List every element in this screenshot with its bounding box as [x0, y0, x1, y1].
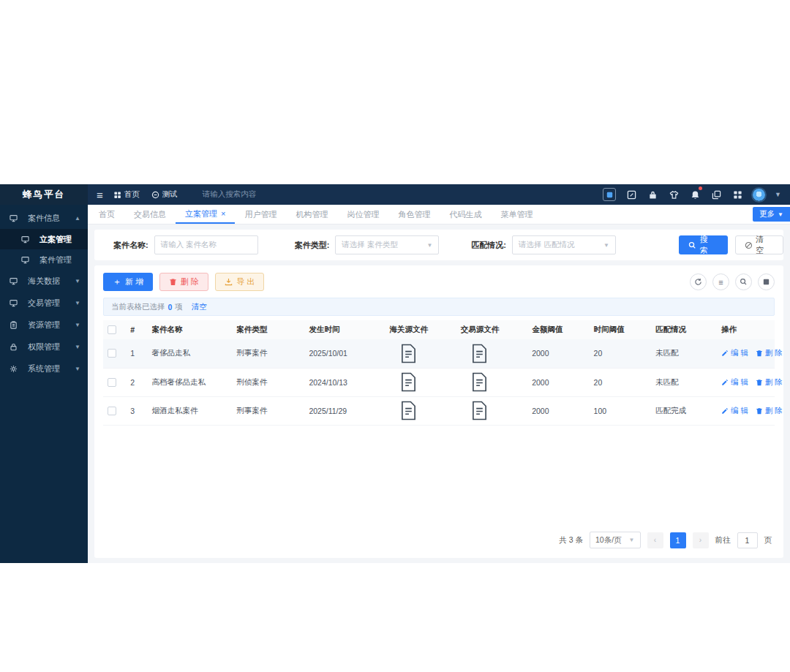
sidebar-item-海关数据[interactable]: 海关数据▼ — [0, 270, 88, 292]
tab-机构管理[interactable]: 机构管理 — [286, 205, 337, 224]
page-size-select[interactable]: 10条/页▼ — [590, 532, 641, 548]
user-avatar[interactable] — [753, 189, 765, 201]
refresh-icon[interactable] — [690, 273, 707, 290]
goto-label: 前往 — [715, 535, 731, 545]
column-header-交易源文件: 交易源文件 — [456, 320, 527, 339]
select-all-checkbox[interactable] — [108, 325, 116, 334]
case-type-label: 案件类型: — [295, 240, 330, 251]
theme-skin-icon[interactable] — [668, 189, 680, 200]
clipboard-icon — [10, 321, 23, 329]
topbar: 蜂鸟平台 ≡ 首页测试 请输入搜索内容 ▼ — [0, 184, 790, 205]
screen-theme-icon[interactable] — [603, 188, 616, 201]
tabs-more-button[interactable]: 更多▼ — [753, 207, 790, 222]
trade-file-icon[interactable] — [461, 372, 523, 392]
trash-icon — [756, 379, 763, 386]
search-toggle-icon[interactable] — [735, 273, 752, 290]
trash-icon — [756, 350, 763, 357]
delete-link[interactable]: 删 除 — [756, 348, 783, 358]
selection-text: 当前表格已选择 — [111, 302, 165, 312]
goto-page-input[interactable]: 1 — [737, 532, 758, 548]
row-checkbox[interactable] — [108, 407, 116, 415]
column-header-海关源文件: 海关源文件 — [385, 320, 456, 339]
sidebar-subitem-立案管理[interactable]: 立案管理 — [0, 229, 88, 249]
edit-link[interactable]: 编 辑 — [721, 348, 748, 358]
notification-bell-icon[interactable] — [689, 189, 701, 200]
table-card: ＋新 增 删 除 导 出 ≡ — [94, 265, 783, 558]
tab-岗位管理[interactable]: 岗位管理 — [337, 205, 388, 224]
chevron-up-icon: ▲ — [75, 215, 80, 222]
tab-用户管理[interactable]: 用户管理 — [235, 205, 286, 224]
gear-icon — [10, 365, 23, 373]
monitor-icon — [10, 299, 23, 307]
chevron-down-icon: ▼ — [75, 322, 80, 328]
sidebar-item-案件信息[interactable]: 案件信息▲ — [0, 207, 88, 229]
table-row: 2 高档奢侈品走私 刑侦案件 2024/10/13 2000 20 未匹配 编 … — [103, 368, 775, 396]
pencil-icon — [721, 379, 729, 386]
prev-page-button[interactable]: ‹ — [647, 532, 663, 548]
trade-file-icon[interactable] — [461, 344, 523, 363]
row-checkbox[interactable] — [108, 378, 116, 387]
delete-button[interactable]: 删 除 — [159, 273, 208, 291]
trash-icon — [169, 278, 177, 286]
page-number-button[interactable]: 1 — [670, 532, 686, 548]
column-header-案件名称: 案件名称 — [148, 320, 233, 339]
sidebar-item-资源管理[interactable]: 资源管理▼ — [0, 314, 88, 336]
density-icon[interactable]: ≡ — [712, 273, 729, 290]
close-tab-icon[interactable]: × — [221, 209, 225, 218]
apps-grid-icon[interactable] — [731, 189, 743, 200]
sidebar-item-交易管理[interactable]: 交易管理▼ — [0, 292, 88, 314]
table-row: 3 烟酒走私案件 刑事案件 2025/11/29 2000 100 匹配完成 编… — [103, 396, 775, 425]
match-status-label: 匹配情况: — [471, 240, 506, 251]
sidebar-item-权限管理[interactable]: 权限管理▼ — [0, 336, 88, 358]
screenshot-icon[interactable] — [625, 189, 637, 200]
case-type-select[interactable]: 请选择 案件类型▼ — [335, 235, 439, 254]
chevron-down-icon: ▼ — [426, 242, 432, 249]
edit-link[interactable]: 编 辑 — [721, 377, 748, 388]
breadcrumb-item-首页[interactable]: 首页 — [113, 189, 140, 200]
selection-unit: 项 — [175, 302, 183, 312]
copy-icon[interactable] — [710, 189, 722, 200]
user-menu-chevron-icon[interactable]: ▼ — [775, 191, 781, 198]
tab-交易信息[interactable]: 交易信息 — [124, 205, 176, 224]
case-name-input[interactable]: 请输入 案件名称 — [154, 235, 258, 254]
customs-file-icon[interactable] — [390, 344, 452, 363]
tab-首页[interactable]: 首页 — [89, 205, 124, 224]
tab-角色管理[interactable]: 角色管理 — [388, 205, 440, 224]
breadcrumb: 首页测试 — [113, 189, 189, 200]
selection-clear-link[interactable]: 清空 — [192, 302, 207, 312]
delete-link[interactable]: 删 除 — [756, 406, 783, 416]
sidebar-subitem-案件管理[interactable]: 案件管理 — [0, 249, 88, 270]
grid-icon — [113, 191, 121, 199]
breadcrumb-item-测试[interactable]: 测试 — [151, 189, 178, 200]
search-button[interactable]: 搜 索 — [679, 235, 727, 254]
match-status-select[interactable]: 请选择 匹配情况▼ — [512, 235, 616, 254]
row-checkbox[interactable] — [108, 349, 116, 358]
lock-icon[interactable] — [647, 189, 658, 200]
trash-icon — [756, 407, 763, 415]
export-button[interactable]: 导 出 — [215, 273, 264, 291]
edit-link[interactable]: 编 辑 — [721, 406, 748, 416]
clear-button[interactable]: 清 空 — [735, 235, 783, 254]
chevron-down-icon: ▼ — [629, 537, 635, 543]
customs-file-icon[interactable] — [390, 401, 452, 420]
column-header-#: # — [126, 320, 147, 339]
table-toolbar: ＋新 增 删 除 导 出 ≡ — [103, 273, 775, 291]
table-row: 1 奢侈品走私 刑事案件 2025/10/01 2000 20 未匹配 编 辑 … — [103, 339, 775, 368]
hamburger-menu-icon[interactable]: ≡ — [97, 189, 103, 201]
column-settings-icon[interactable] — [758, 273, 775, 290]
delete-link[interactable]: 删 除 — [756, 377, 783, 388]
next-page-button[interactable]: › — [693, 532, 709, 548]
tab-菜单管理[interactable]: 菜单管理 — [491, 205, 542, 224]
sidebar: 案件信息▲立案管理案件管理海关数据▼交易管理▼资源管理▼权限管理▼系统管理▼ — [0, 205, 88, 563]
tab-立案管理[interactable]: 立案管理× — [176, 205, 235, 224]
add-button[interactable]: ＋新 增 — [103, 273, 153, 291]
search-input[interactable]: 请输入搜索内容 — [203, 189, 312, 200]
sidebar-item-系统管理[interactable]: 系统管理▼ — [0, 358, 88, 380]
tab-bar: 首页交易信息立案管理×用户管理机构管理岗位管理角色管理代码生成菜单管理更多▼ — [88, 205, 790, 224]
tab-代码生成[interactable]: 代码生成 — [440, 205, 491, 224]
customs-file-icon[interactable] — [390, 372, 452, 392]
trade-file-icon[interactable] — [461, 401, 523, 420]
topbar-actions: ▼ — [603, 188, 790, 201]
pagination: 共 3 条 10条/页▼ ‹ 1 › 前往 1 页 — [559, 532, 772, 548]
monitor-icon — [10, 277, 23, 285]
